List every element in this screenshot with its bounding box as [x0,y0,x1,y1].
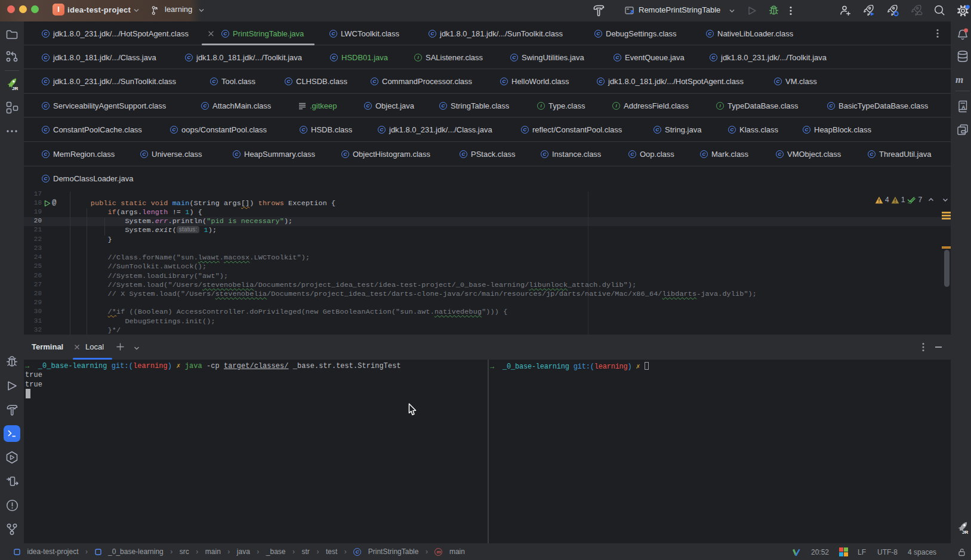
svg-text:JR: JR [12,86,18,91]
svg-text:A: A [961,104,966,110]
svg-text:JR: JR [962,530,968,535]
